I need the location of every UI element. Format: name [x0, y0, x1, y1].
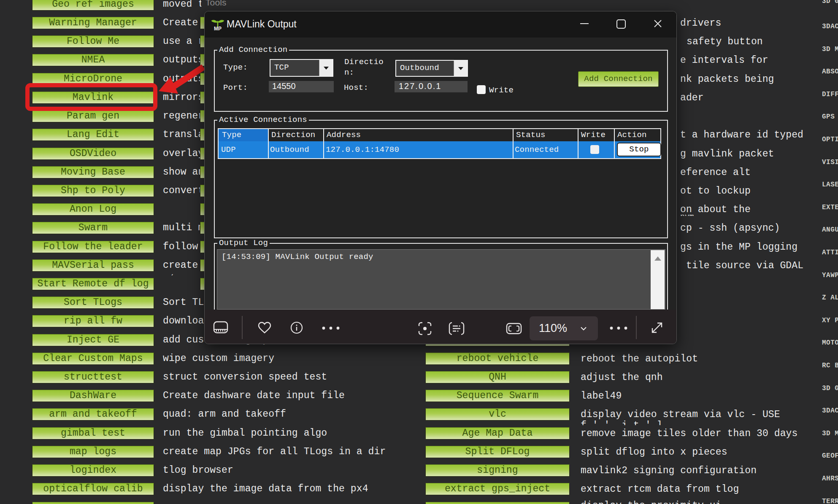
svg-text:MP: MP [214, 26, 222, 32]
